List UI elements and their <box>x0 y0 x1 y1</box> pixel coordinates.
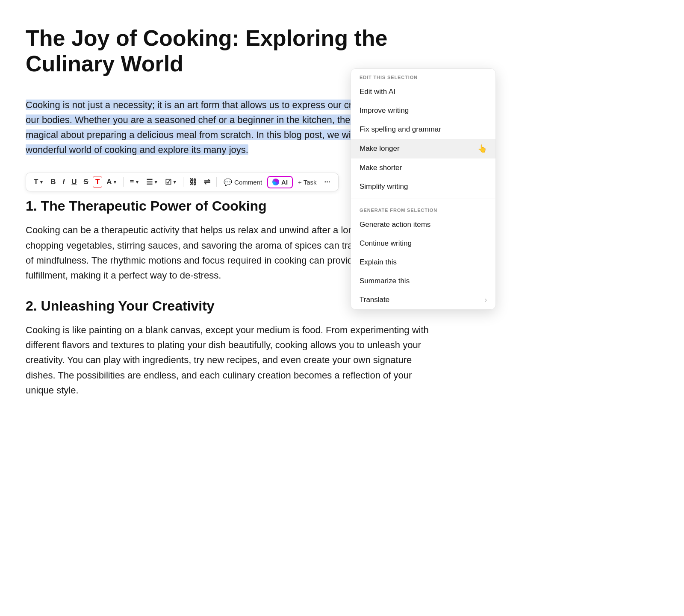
continue-writing-item[interactable]: Continue writing <box>351 234 495 253</box>
section2-body: Cooking is like painting on a blank canv… <box>26 323 436 398</box>
edit-section-label: EDIT THIS SELECTION <box>351 69 495 82</box>
strikethrough-button[interactable]: S <box>81 176 91 188</box>
align-button[interactable]: ≡ ▼ <box>127 176 142 188</box>
cursor-hand-icon: 👆 <box>478 144 487 153</box>
italic-button[interactable]: I <box>60 176 68 188</box>
make-longer-item[interactable]: Make longer 👆 <box>351 139 495 158</box>
ai-button[interactable]: AI <box>267 176 293 188</box>
bold-button[interactable]: B <box>48 176 58 188</box>
generate-action-items-item[interactable]: Generate action items <box>351 215 495 234</box>
explain-this-item[interactable]: Explain this <box>351 253 495 272</box>
highlight-button[interactable]: T <box>93 176 102 188</box>
text-format-button[interactable]: T ▼ <box>31 176 46 188</box>
comment-icon: 💬 <box>224 178 232 186</box>
improve-writing-item[interactable]: Improve writing <box>351 101 495 120</box>
checklist-button[interactable]: ☑ ▼ <box>162 176 180 188</box>
fix-spelling-item[interactable]: Fix spelling and grammar <box>351 120 495 139</box>
dropdown-divider <box>351 199 495 199</box>
list-button[interactable]: ☰ ▼ <box>144 176 161 188</box>
toolbar-sep-2 <box>183 177 183 187</box>
comment-button[interactable]: 💬 Comment <box>220 176 265 188</box>
more-options-button[interactable]: ··· <box>322 176 333 188</box>
indent-button[interactable]: ⇌ <box>201 176 213 188</box>
underline-button[interactable]: U <box>69 176 79 188</box>
ai-icon <box>272 179 279 185</box>
ai-dropdown-menu: EDIT THIS SELECTION Edit with AI Improve… <box>351 68 496 310</box>
simplify-writing-item[interactable]: Simplify writing <box>351 177 495 196</box>
chevron-right-icon: › <box>485 296 487 304</box>
summarize-this-item[interactable]: Summarize this <box>351 272 495 290</box>
text-color-button[interactable]: A ▼ <box>104 176 120 188</box>
toolbar-sep-1 <box>123 177 124 187</box>
link-button[interactable]: ⛓ <box>187 176 200 188</box>
task-button[interactable]: + Task <box>295 177 320 188</box>
translate-item[interactable]: Translate › <box>351 290 495 309</box>
formatting-toolbar: T ▼ B I U S T A ▼ ≡ ▼ ☰ ▼ ☑ <box>26 173 339 191</box>
make-shorter-item[interactable]: Make shorter <box>351 158 495 177</box>
generate-section-label: GENERATE FROM SELECTION <box>351 202 495 215</box>
edit-with-ai-item[interactable]: Edit with AI <box>351 82 495 101</box>
toolbar-sep-3 <box>216 177 217 187</box>
